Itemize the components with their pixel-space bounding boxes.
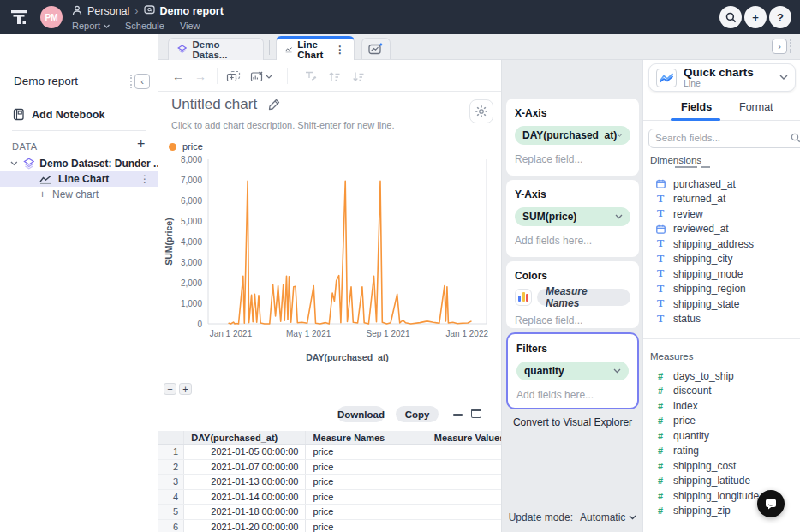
sidebar-item-line-chart[interactable]: Line Chart ⋮ (0, 171, 158, 187)
table-row[interactable]: 6 2021-01-20 00:00:00 price (158, 520, 501, 532)
header-day-purchased-at[interactable]: DAY(purchased_at) (184, 431, 306, 444)
header-measure-values[interactable]: Measure Values (427, 431, 501, 444)
sidebar-item-new-chart[interactable]: + New chart (0, 187, 158, 202)
measure-field-row[interactable]: #shipping_latitude (643, 474, 800, 489)
breadcrumb-workspace[interactable]: Personal (87, 5, 129, 17)
measure-field-row[interactable]: #quantity (643, 428, 800, 444)
intercom-chat-button[interactable] (757, 490, 785, 517)
expand-panel-button[interactable]: › (772, 39, 791, 54)
dimension-field-row[interactable]: Tshipping_city (643, 252, 800, 267)
cell-date: 2021-01-20 00:00:00 (184, 520, 306, 532)
dimension-field-row[interactable]: Tshipping_mode (643, 266, 800, 282)
replace-field-dropzone[interactable]: Replace field... (515, 314, 630, 326)
tab-line-chart[interactable]: Line Chart ⋮ (276, 36, 355, 60)
chart-settings-button[interactable] (469, 99, 493, 123)
tab-strip: Demo Datas... Line Chart ⋮ › (158, 34, 800, 60)
table-row[interactable]: 3 2021-01-13 00:00:00 price (158, 475, 501, 490)
expand-table-icon[interactable] (471, 409, 481, 418)
redo-button: → (191, 67, 210, 86)
menu-schedule[interactable]: Schedule (125, 21, 164, 31)
cell-measure-value (427, 490, 501, 505)
dimension-field-row[interactable]: Treturned_at (643, 192, 800, 207)
dimension-field-row[interactable]: Tstatus (643, 312, 800, 327)
colors-field-pill[interactable]: Measure Names (537, 289, 630, 306)
zoom-in-button[interactable]: + (179, 383, 192, 395)
dimension-field-row[interactable]: reviewed_at (643, 222, 800, 237)
measure-field-row[interactable]: #rating (643, 444, 800, 459)
add-button[interactable]: + (744, 6, 767, 28)
filters-field-pill[interactable]: quantity (516, 362, 629, 380)
field-name: reviewed_at (673, 223, 729, 235)
convert-to-visual-explorer-link[interactable]: Convert to Visual Explorer (502, 416, 643, 428)
x-axis-field-pill[interactable]: DAY(purchased_at) (515, 126, 630, 145)
kebab-menu-icon[interactable]: ⋮ (335, 44, 345, 56)
measure-field-row[interactable]: #days_to_ship (643, 368, 800, 384)
results-table-body: 1 2021-01-05 00:00:00 price 2 2021-01-07… (158, 445, 501, 532)
table-row[interactable]: 4 2021-01-14 00:00:00 price (158, 490, 501, 505)
update-mode-select[interactable]: Automatic (580, 511, 636, 523)
chart-title[interactable]: Untitled chart (171, 96, 257, 113)
app-logo-icon[interactable] (9, 7, 34, 27)
copy-button[interactable]: Copy (396, 406, 439, 422)
minimize-table-icon[interactable] (453, 414, 463, 416)
add-data-button[interactable]: + (137, 136, 145, 152)
breadcrumb-report[interactable]: Demo report (160, 5, 224, 17)
dimension-field-row[interactable]: Tshipping_address (643, 236, 800, 252)
add-notebook-button[interactable]: Add Notebook (12, 108, 104, 121)
menu-view[interactable]: View (180, 21, 200, 31)
kebab-menu-icon[interactable]: ⋮ (140, 173, 150, 185)
number-field-icon: # (655, 401, 666, 411)
sidebar-item-dataset[interactable]: Demo Dataset: Dunder ... (0, 156, 158, 171)
dimension-field-row[interactable]: Tshipping_state (643, 296, 800, 312)
avatar[interactable]: PM (40, 6, 63, 28)
line-chart-plot[interactable]: 01,0002,0003,0004,0005,0006,0007,0008,00… (161, 152, 497, 374)
divider (12, 130, 146, 131)
tab-fields[interactable]: Fields (681, 101, 712, 113)
dimension-field-row[interactable]: Tshipping_region (643, 282, 800, 297)
replace-field-dropzone[interactable]: Replace field... (515, 153, 630, 165)
remove-chart-button[interactable] (248, 67, 275, 86)
quick-charts-selector[interactable]: Quick charts Line (648, 63, 796, 92)
menu-report[interactable]: Report (72, 21, 110, 31)
quick-charts-title: Quick charts (684, 67, 773, 79)
tab-demo-dataset[interactable]: Demo Datas... (168, 38, 264, 60)
header-measure-names[interactable]: Measure Names (306, 431, 427, 444)
add-fields-dropzone[interactable]: Add fields here... (515, 235, 630, 247)
table-row[interactable]: 2 2021-01-07 00:00:00 price (158, 460, 501, 475)
field-name: shipping_state (673, 298, 739, 310)
undo-button[interactable]: ← (169, 67, 188, 86)
line-chart-icon (656, 69, 677, 87)
number-field-icon: # (655, 505, 666, 516)
chevron-down-icon (629, 515, 636, 520)
chart-description-placeholder[interactable]: Click to add chart description. Shift-en… (171, 120, 394, 130)
table-row[interactable]: 1 2021-01-05 00:00:00 price (158, 445, 501, 460)
measure-field-row[interactable]: #price (643, 414, 800, 429)
measure-field-row[interactable]: #index (643, 398, 800, 414)
zoom-out-button[interactable]: − (164, 383, 176, 395)
sort-ascending-button (325, 67, 343, 86)
search-fields-input[interactable] (655, 133, 787, 143)
add-fields-dropzone[interactable]: Add fields here... (516, 389, 629, 401)
field-name: index (673, 400, 698, 412)
dimension-field-row[interactable]: Treview (643, 206, 800, 222)
table-row[interactable]: 5 2021-01-18 00:00:00 price (158, 505, 501, 520)
chart-legend[interactable]: price (169, 141, 203, 152)
measure-field-row[interactable]: #shipping_cost (643, 458, 800, 474)
help-button[interactable]: ? (769, 6, 791, 28)
svg-text:Sep 1 2021: Sep 1 2021 (367, 329, 411, 338)
colors-section: Colors Measure Names Replace field... (506, 261, 639, 328)
measure-field-row[interactable]: #discount (643, 384, 800, 399)
report-title: Demo report (14, 75, 78, 87)
collapse-sidebar-button[interactable]: ‹ (130, 74, 150, 89)
search-fields-box[interactable] (648, 129, 800, 148)
dimension-field-row[interactable]: purchased_at (643, 176, 800, 192)
tab-format[interactable]: Format (739, 101, 773, 113)
text-field-icon: T (655, 238, 666, 249)
y-axis-field-pill[interactable]: SUM(price) (515, 207, 630, 226)
duplicate-chart-button[interactable] (224, 67, 242, 86)
download-button[interactable]: Download (337, 406, 385, 422)
field-name: rating (673, 445, 699, 457)
search-button[interactable] (719, 6, 742, 28)
new-chart-tab-button[interactable] (361, 38, 391, 59)
edit-pencil-icon[interactable] (267, 98, 281, 111)
